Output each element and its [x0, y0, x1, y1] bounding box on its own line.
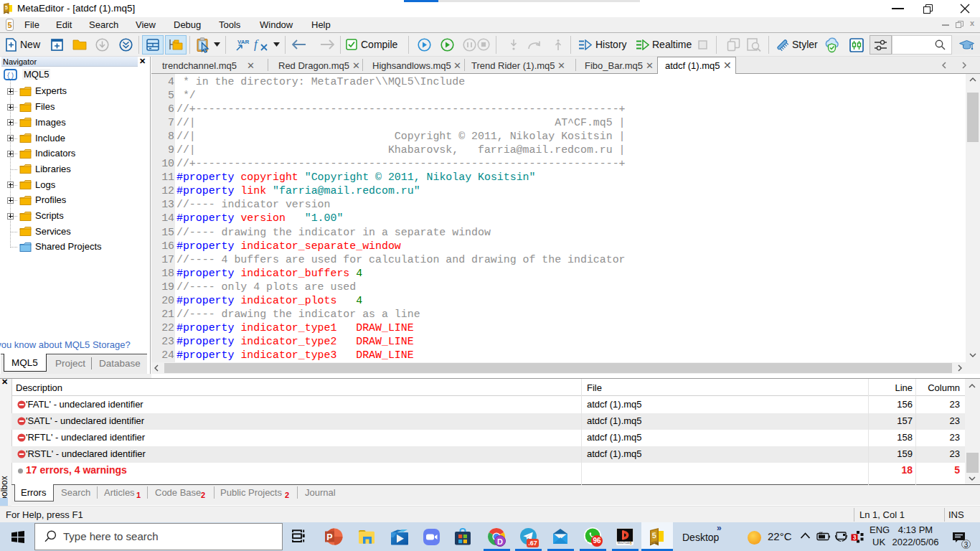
svg-text:5: 5 [5, 4, 8, 11]
svg-text:f: f [254, 37, 259, 51]
svg-text:VAR: VAR [237, 39, 250, 45]
svg-text:MetaTrader: MetaTrader [618, 542, 631, 545]
svg-text:5: 5 [7, 21, 11, 29]
svg-text:3: 3 [853, 534, 857, 541]
svg-text:5: 5 [651, 531, 656, 540]
svg-text:P: P [326, 532, 332, 542]
svg-text:{): {) [6, 72, 14, 80]
